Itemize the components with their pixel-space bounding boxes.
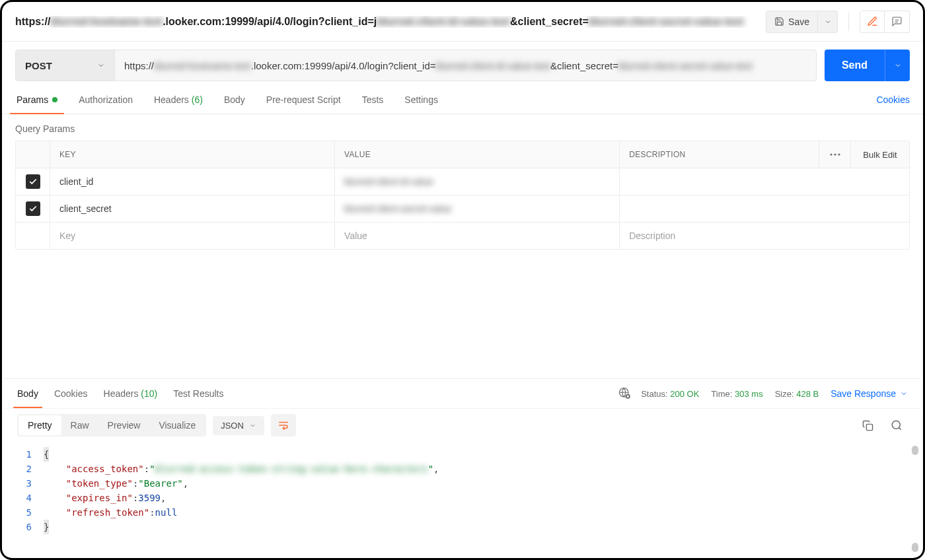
send-dropdown[interactable] (885, 50, 910, 81)
svg-point-3 (834, 153, 836, 155)
title-url-mid: .looker.com:19999/api/4.0/login?client_i… (163, 16, 377, 28)
param-value-cell[interactable]: blurred-client-secret-value (335, 195, 620, 222)
tab-prerequest[interactable]: Pre-request Script (265, 85, 342, 114)
code-line: 4 "expires_in" : 3599 , (17, 491, 908, 505)
code-value: null (155, 505, 178, 520)
request-title: https:// blurred-hostname-text .looker.c… (15, 16, 758, 28)
view-tabs: Pretty Raw Preview Visualize (17, 414, 206, 437)
request-tabs: Params Authorization Headers (6) Body Pr… (2, 85, 923, 114)
tab-params-label: Params (17, 94, 48, 105)
title-url-host-blurred: blurred-hostname-text (50, 16, 163, 28)
url-prefix: https:// (124, 60, 154, 71)
time-label-text: Time: (711, 389, 732, 399)
tab-params[interactable]: Params (15, 85, 59, 114)
view-raw[interactable]: Raw (61, 415, 98, 435)
view-visualize[interactable]: Visualize (149, 415, 205, 435)
resp-tab-test-results[interactable]: Test Results (173, 379, 223, 408)
resp-tab-cookies[interactable]: Cookies (54, 379, 88, 408)
send-button[interactable]: Send (825, 50, 885, 81)
gutter: 6 (17, 520, 44, 534)
row-check-spacer (16, 223, 50, 249)
chevron-down-icon (894, 61, 902, 69)
resp-tab-headers[interactable]: Headers (10) (104, 379, 158, 408)
view-pretty[interactable]: Pretty (18, 415, 61, 435)
param-key-cell[interactable]: client_secret (50, 195, 335, 222)
code-key: "access_token" (66, 462, 144, 476)
param-key-cell[interactable]: client_id (50, 168, 335, 195)
comment-icon (891, 16, 903, 27)
tab-body[interactable]: Body (223, 85, 246, 114)
code-line: 6 } (17, 520, 908, 534)
param-desc-cell[interactable] (620, 195, 909, 222)
col-options-button[interactable] (819, 141, 851, 168)
chevron-down-icon (824, 18, 832, 26)
format-label: JSON (221, 421, 244, 431)
check-icon (28, 177, 38, 186)
title-url-mid2: &client_secret= (510, 16, 589, 28)
svg-line-11 (899, 427, 901, 429)
code-comma: , (183, 476, 188, 491)
bulk-edit-button[interactable]: Bulk Edit (851, 150, 909, 160)
code-quote: " (428, 462, 433, 476)
search-response-button[interactable] (885, 414, 908, 437)
tab-settings[interactable]: Settings (403, 85, 439, 114)
wrap-lines-button[interactable] (271, 414, 296, 437)
save-button[interactable]: Save (766, 11, 818, 33)
comment-button[interactable] (885, 11, 910, 33)
search-icon (891, 419, 903, 431)
col-desc: DESCRIPTION (620, 141, 819, 168)
title-url-prefix: https:// (15, 16, 50, 28)
code-value-blurred: blurred-access-token-string-value-here-c… (155, 462, 428, 476)
svg-point-10 (892, 421, 900, 429)
url-input[interactable]: https:// blurred-hostname-text .looker.c… (115, 50, 816, 81)
params-changed-dot-icon (52, 97, 57, 102)
tab-headers[interactable]: Headers (6) (153, 85, 204, 114)
copy-icon (862, 420, 873, 431)
response-pane: Body Cookies Headers (10) Test Results S… (4, 378, 921, 556)
col-key: KEY (50, 141, 335, 168)
titlebar: https:// blurred-hostname-text .looker.c… (2, 2, 923, 42)
url-mid2: &client_secret= (550, 60, 618, 71)
tab-authorization[interactable]: Authorization (77, 85, 134, 114)
title-url-clientid-blurred: blurred-client-id-value-text (377, 16, 510, 28)
resp-tab-headers-count: (10) (141, 388, 157, 399)
cookies-link[interactable]: Cookies (876, 94, 910, 105)
param-value-cell[interactable]: blurred-client-id-value (335, 168, 620, 195)
params-section: Query Params KEY VALUE DESCRIPTION Bulk … (2, 114, 923, 250)
param-desc-cell[interactable] (620, 168, 909, 195)
title-url-clientsecret-blurred: blurred-client-secret-value-text (589, 16, 744, 28)
view-preview[interactable]: Preview (98, 415, 150, 435)
network-icon[interactable] (618, 387, 630, 401)
divider (848, 13, 849, 31)
copy-response-button[interactable] (856, 414, 879, 437)
save-dropdown[interactable] (818, 11, 838, 33)
url-clientsecret-blurred: blurred-client-secret-value-text (618, 60, 753, 71)
scrollbar-thumb[interactable] (912, 543, 918, 552)
gutter: 3 (17, 476, 44, 491)
code-line: 1 { (17, 447, 908, 462)
code-key: "expires_in" (66, 491, 133, 505)
tab-headers-label: Headers (154, 94, 189, 105)
edit-button[interactable] (860, 11, 885, 33)
tab-tests[interactable]: Tests (361, 85, 385, 114)
resp-tab-body[interactable]: Body (17, 379, 38, 408)
param-desc-input[interactable]: Description (620, 223, 909, 249)
row-checkbox[interactable] (26, 174, 40, 189)
params-heading: Query Params (15, 114, 910, 141)
code-key: "refresh_token" (66, 505, 149, 520)
method-select[interactable]: POST (16, 50, 115, 81)
format-select[interactable]: JSON (213, 416, 264, 435)
param-key-input[interactable]: Key (50, 223, 335, 249)
table-row: client_secret blurred-client-secret-valu… (16, 195, 909, 223)
scrollbar-thumb[interactable] (912, 446, 918, 455)
row-checkbox[interactable] (26, 201, 40, 216)
param-value-input[interactable]: Value (335, 223, 620, 249)
dots-icon (830, 153, 840, 156)
size-label-text: Size: (775, 389, 794, 399)
save-button-label: Save (788, 17, 809, 27)
time-value: 303 ms (735, 389, 763, 399)
param-value-blurred: blurred-client-secret-value (344, 203, 451, 214)
url-host-blurred: blurred-hostname-text (154, 60, 251, 71)
save-response-button[interactable]: Save Response (831, 388, 908, 399)
code-brace: } (44, 520, 49, 534)
